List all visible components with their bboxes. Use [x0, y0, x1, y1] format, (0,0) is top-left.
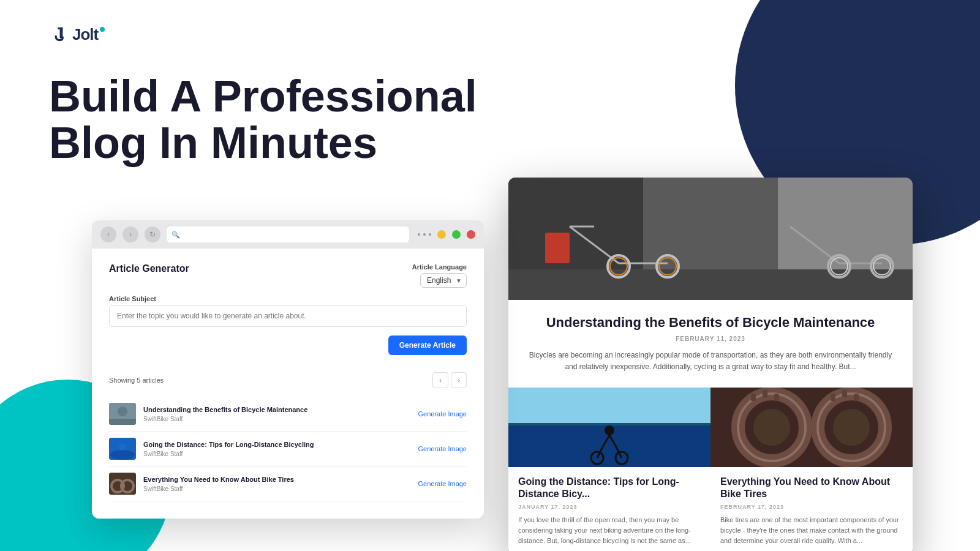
blog-cards-grid: Going the Distance: Tips for Long-Distan…: [508, 388, 913, 551]
blog-card-date-1: January 17, 2023: [518, 504, 701, 510]
blog-card-body: Going the Distance: Tips for Long-Distan…: [508, 467, 710, 551]
menu-dot: [423, 233, 426, 236]
close-button[interactable]: [467, 230, 475, 239]
generate-article-button[interactable]: Generate Article: [388, 335, 467, 355]
blog-preview-mockup: Understanding the Benefits of Bicycle Ma…: [508, 178, 913, 551]
article-thumbnail: [109, 438, 136, 460]
browser-mockup: ‹ › ↻ 🔍 Article Generator Article Langua…: [92, 220, 484, 519]
blog-card-image-1: [508, 388, 710, 467]
prev-page-button[interactable]: ‹: [432, 372, 448, 388]
article-title: Understanding the Benefits of Bicycle Ma…: [143, 405, 411, 414]
browser-forward-button[interactable]: ›: [123, 227, 138, 242]
tire-image: [710, 388, 913, 467]
article-generator-title: Article Generator: [109, 263, 189, 274]
blog-card: Everything You Need to Know About Bike T…: [710, 388, 913, 551]
main-headline: Build A Professional Blog In Minutes: [49, 73, 477, 166]
jolt-logo-icon: [49, 24, 69, 44]
minimize-button[interactable]: [437, 230, 446, 239]
articles-count: Showing 5 articles: [109, 377, 164, 384]
article-info: Going the Distance: Tips for Long-Distan…: [143, 440, 411, 457]
logo-text: Jolt: [72, 25, 98, 44]
article-author: SwiftBike Staff: [143, 485, 411, 492]
browser-refresh-button[interactable]: ↻: [145, 227, 160, 242]
svg-rect-51: [842, 390, 847, 397]
blog-card-body: Everything You Need to Know About Bike T…: [710, 467, 913, 551]
subject-label: Article Subject: [109, 295, 467, 302]
svg-point-6: [110, 450, 135, 460]
svg-rect-32: [508, 423, 710, 425]
cycling-image: [508, 388, 710, 467]
blog-card-title-1: Going the Distance: Tips for Long-Distan…: [518, 476, 701, 500]
article-author: SwiftBike Staff: [143, 451, 411, 457]
language-selector-container[interactable]: English ▼: [420, 273, 467, 288]
browser-content: Article Generator Article Language Engli…: [92, 249, 484, 519]
thumbnail-image: [109, 403, 136, 425]
svg-rect-4: [109, 419, 136, 425]
generate-image-link[interactable]: Generate Image: [418, 445, 467, 452]
blog-hero-image: [508, 178, 913, 300]
svg-point-33: [605, 425, 614, 435]
blog-featured-title: Understanding the Benefits of Bicycle Ma…: [527, 315, 894, 331]
article-info: Everything You Need to Know About Bike T…: [143, 475, 411, 492]
menu-dot: [418, 233, 420, 236]
headline-line2: Blog In Minutes: [49, 120, 477, 167]
svg-rect-49: [774, 394, 779, 401]
blog-card: Going the Distance: Tips for Long-Distan…: [508, 388, 710, 551]
svg-rect-48: [763, 390, 767, 397]
svg-rect-50: [831, 394, 835, 401]
browser-back-button[interactable]: ‹: [100, 227, 116, 242]
language-label: Article Language: [412, 263, 467, 271]
blog-featured-excerpt: Bicycles are becoming an increasingly po…: [527, 350, 894, 373]
browser-toolbar: ‹ › ↻ 🔍: [92, 220, 484, 249]
article-item: Everything You Need to Know About Bike T…: [109, 467, 467, 501]
article-item: Understanding the Benefits of Bicycle Ma…: [109, 397, 467, 432]
svg-rect-52: [854, 394, 859, 401]
articles-header: Showing 5 articles ‹ ›: [109, 372, 467, 388]
logo-dot: [100, 27, 105, 32]
language-select[interactable]: English: [420, 273, 467, 288]
blog-card-title-2: Everything You Need to Know About Bike T…: [720, 476, 903, 500]
generate-image-link[interactable]: Generate Image: [418, 480, 467, 487]
blog-card-excerpt-1: If you love the thrill of the open road,…: [518, 515, 701, 546]
blog-main-content: Understanding the Benefits of Bicycle Ma…: [508, 300, 913, 388]
article-thumbnail: [109, 403, 136, 425]
svg-rect-47: [751, 394, 756, 401]
article-thumbnail: [109, 473, 136, 495]
url-bar: 🔍: [167, 227, 409, 242]
browser-menu-dots: [418, 233, 431, 236]
blog-featured-date: February 11, 2023: [527, 335, 894, 342]
blog-card-image-2: [710, 388, 913, 467]
menu-dot: [429, 233, 431, 236]
svg-rect-20: [545, 233, 570, 263]
svg-point-46: [833, 409, 870, 446]
maximize-button[interactable]: [452, 230, 461, 239]
hero-bikes-image: [508, 178, 913, 300]
next-page-button[interactable]: ›: [451, 372, 467, 388]
generate-image-link[interactable]: Generate Image: [418, 410, 467, 418]
subject-input[interactable]: [109, 305, 467, 327]
thumbnail-image: [109, 473, 136, 495]
article-info: Understanding the Benefits of Bicycle Ma…: [143, 405, 411, 422]
article-item: Going the Distance: Tips for Long-Distan…: [109, 432, 467, 467]
pagination-controls: ‹ ›: [432, 372, 467, 388]
thumbnail-image: [109, 438, 136, 460]
svg-point-43: [753, 409, 790, 446]
article-title: Going the Distance: Tips for Long-Distan…: [143, 440, 411, 449]
headline-line1: Build A Professional: [49, 73, 477, 120]
svg-point-7: [119, 443, 126, 451]
blog-card-date-2: February 17, 2023: [720, 504, 903, 510]
svg-rect-31: [508, 388, 710, 424]
search-icon: 🔍: [172, 231, 180, 239]
svg-point-3: [118, 407, 127, 416]
logo: Jolt: [49, 24, 105, 44]
article-title: Everything You Need to Know About Bike T…: [143, 475, 411, 484]
svg-rect-14: [508, 269, 913, 300]
blog-card-excerpt-2: Bike tires are one of the most important…: [720, 515, 903, 546]
article-author: SwiftBike Staff: [143, 416, 411, 422]
